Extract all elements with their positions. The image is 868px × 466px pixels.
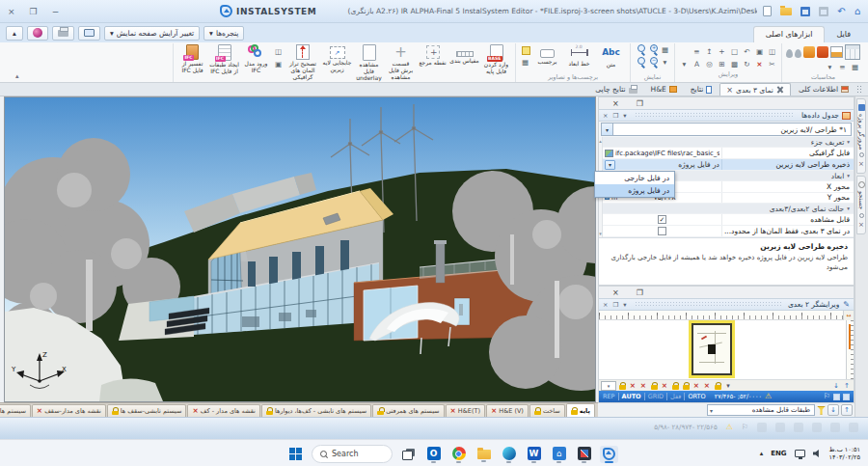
calc-results-icon[interactable]	[817, 46, 828, 58]
status-tool-icon[interactable]	[849, 423, 858, 432]
ribbon-fix-alignment-button[interactable]: تصحیح تراز المان های گرافیکی	[285, 44, 320, 81]
dropdown-option-project-file[interactable]: در فایل پروژه	[595, 184, 674, 197]
minimize-window-icon[interactable]: −	[52, 7, 60, 16]
close-tab-icon[interactable]: ×	[726, 86, 733, 95]
ribbon-reference-point-button[interactable]: نقطه مرجع	[418, 44, 448, 67]
close-panel-icon[interactable]: ×	[612, 288, 619, 297]
home-icon[interactable]: ⌂	[854, 7, 860, 16]
chevron-down-icon[interactable]: ▾	[660, 57, 670, 68]
menu-tab-main-tools[interactable]: ابزارهای اصلی	[753, 26, 826, 42]
status-auto[interactable]: AUTO	[622, 393, 641, 400]
component-selector[interactable]: ۱* طراحی /لایه زیرین ▾	[601, 123, 852, 136]
maximize-panel-icon[interactable]: ❐	[637, 288, 643, 297]
visible-floors-combo[interactable]: طبقات قابل مشاهده ▾	[707, 404, 815, 416]
layer-off-icon[interactable]: ×	[692, 381, 701, 391]
section-definition[interactable]: ▾ تعریف جزء	[603, 137, 854, 148]
ribbon-text-button[interactable]: Abc متن	[596, 44, 626, 69]
pin-icon[interactable]	[859, 213, 864, 218]
taskbar-file-explorer[interactable]	[475, 446, 493, 462]
status-ortho[interactable]: ORTO	[688, 393, 705, 400]
save-icon[interactable]	[800, 7, 810, 16]
raise-icon[interactable]: ↥	[704, 46, 715, 57]
sheet-tab-construction[interactable]: ساخت	[529, 404, 565, 417]
water-drop-icon[interactable]	[795, 49, 801, 58]
tab-3d-view[interactable]: نمای ۳ بعدی ×	[719, 83, 791, 96]
chart-icon[interactable]	[830, 46, 843, 58]
maximize-window-icon[interactable]: ❐	[30, 7, 38, 16]
ribbon-move-underlay-button[interactable]: ↗ جابجایی لایه زیرین	[322, 44, 352, 73]
task-view-button[interactable]	[399, 447, 418, 462]
chevron-down-icon[interactable]: ▾	[723, 381, 733, 391]
status-mini-icon[interactable]	[833, 394, 840, 400]
2d-editor-header[interactable]: ✎ ویرایشگر ۲ بعدی ▾ ❐ ×	[599, 298, 854, 311]
layer-off-icon[interactable]: ×	[660, 381, 669, 391]
maximize-panel-icon[interactable]: ❐	[637, 99, 643, 108]
taskbar-word[interactable]: W	[525, 445, 543, 463]
2d-canvas[interactable]	[599, 320, 846, 379]
pan-down-icon[interactable]: ↓	[831, 381, 841, 391]
tab-general-info[interactable]: اطلاعات کلی	[793, 83, 854, 96]
taskbar-instalsystem[interactable]	[600, 446, 618, 463]
floor-plan-thumbnail[interactable]	[692, 323, 732, 375]
calc-options-icon[interactable]	[803, 46, 815, 58]
layer-off-icon[interactable]: ×	[638, 381, 648, 391]
panel-close-icon[interactable]: ×	[602, 301, 609, 309]
lock-icon[interactable]	[651, 382, 658, 390]
checkbox-checked[interactable]: ✓	[658, 215, 666, 224]
tab-print-results[interactable]: نتایج چاپی	[589, 83, 642, 96]
open-file-icon[interactable]	[780, 8, 792, 15]
frame-icon[interactable]: ▣	[754, 46, 765, 57]
zoom-out-icon[interactable]: −	[647, 57, 658, 68]
status-tool-icon[interactable]	[757, 423, 767, 432]
status-lock[interactable]: قفل	[670, 393, 681, 400]
filter-icon[interactable]	[817, 406, 826, 415]
row-only-limited[interactable]: در نمای ۳ بعدی، فقط المان‌ها از محدود...	[603, 226, 854, 237]
layer-off-icon[interactable]: ×	[628, 381, 637, 391]
warning-icon[interactable]: ⚠	[765, 393, 772, 400]
text-style-icon[interactable]: A	[692, 59, 702, 69]
chevron-down-icon[interactable]: ▾	[679, 59, 690, 69]
ribbon-view-underlay-button[interactable]: مشاهده فایل underlay	[354, 44, 384, 82]
image-grid-icon[interactable]: ▦	[520, 57, 530, 68]
taskbar-clock[interactable]: ۱۰:۵۱ ب.ظ ۱۴۰۳/۰۲/۲۵	[829, 446, 860, 461]
row-save-design[interactable]: در فایل پروژه ▾ ذخیره طراحی لایه زیرین	[603, 159, 854, 171]
ribbon-scaling-button[interactable]: مقیاس بندی	[449, 44, 479, 65]
lock-icon[interactable]	[715, 382, 721, 390]
refresh-icon[interactable]: ↻	[742, 59, 752, 69]
save-all-icon[interactable]	[819, 7, 828, 16]
speaker-icon[interactable]	[813, 450, 822, 458]
theme-button[interactable]	[27, 26, 48, 41]
lock-icon[interactable]	[619, 382, 626, 390]
panel-float-icon[interactable]: ❐	[611, 112, 619, 120]
row-graphic-file[interactable]: ifc.package\IFC files\rac_basic_samp فای…	[603, 148, 854, 159]
floor-up-button[interactable]: ↑	[841, 404, 853, 416]
box-icon[interactable]: □	[729, 46, 740, 57]
zoom-window-icon[interactable]	[635, 44, 645, 55]
checkbox-unchecked[interactable]	[658, 227, 666, 235]
new-file-icon[interactable]	[763, 6, 772, 16]
ribbon-import-ifc-button[interactable]: ورود مدل IFC	[241, 44, 271, 74]
sheet-tab-convective-systems[interactable]: سیستم های همرفتی	[372, 404, 444, 417]
delete-icon[interactable]: ×	[754, 59, 765, 69]
lock-icon[interactable]	[683, 382, 690, 390]
split-view-icon[interactable]: ◫	[767, 46, 777, 57]
display-icon[interactable]	[795, 450, 805, 457]
hatch-icon[interactable]: ▩	[729, 59, 740, 69]
ribbon-interpret-ifc-button[interactable]: IFC تفسیر از فایل IFC	[177, 44, 207, 74]
pin-icon[interactable]	[859, 152, 864, 157]
status-tool-icon[interactable]	[775, 423, 785, 432]
taskbar-photo-editor[interactable]	[575, 445, 593, 463]
zoom-extents-icon[interactable]	[635, 57, 645, 68]
sheet-tab-radiant-ceilings[interactable]: سیستم تابشی-سقف ها	[107, 404, 187, 417]
ribbon-create-floors-ifc-button[interactable]: IFC ایجاد طبقات از فایل IFC	[209, 44, 239, 75]
ribbon-dimension-line-button[interactable]: 2.0 خط ابعاد	[564, 44, 594, 68]
pan-up-icon[interactable]: ↑	[842, 381, 852, 391]
view-grid-icon[interactable]: ▦	[660, 44, 670, 55]
change-screen-arrangement-button[interactable]: تغییر آرایش صفحه نمایش▾	[104, 26, 200, 41]
taskbar-outlook[interactable]: O	[424, 445, 443, 463]
warning-icon[interactable]: ⚠	[726, 424, 733, 431]
drag-handle-icon[interactable]	[635, 112, 795, 119]
ribbon-import-base-file-button[interactable]: BASE وارد کردن فایل پایه	[481, 44, 511, 75]
collapse-ribbon-button[interactable]: ▴	[6, 26, 23, 41]
row-visible[interactable]: ✓ قابل مشاهده	[603, 214, 854, 226]
